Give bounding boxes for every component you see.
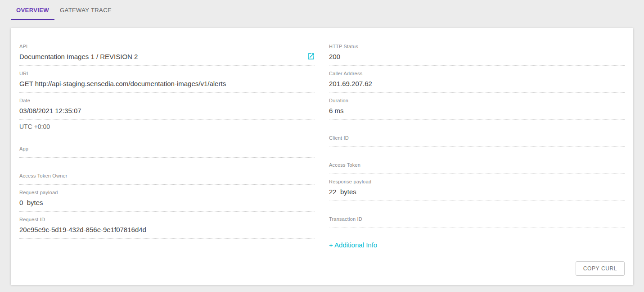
field-date: Date 03/08/2021 12:35:07 [19, 93, 315, 120]
copy-curl-button[interactable]: COPY CURL [576, 261, 625, 276]
field-duration: Duration 6 ms [329, 93, 625, 120]
field-caller-address: Caller Address 201.69.207.62 [329, 66, 625, 93]
field-response-payload-value: 22 bytes [329, 187, 625, 196]
field-api-label: API [19, 44, 315, 49]
tab-overview-label: OVERVIEW [16, 7, 49, 14]
tab-bar: OVERVIEW GATEWAY TRACE [11, 0, 634, 20]
field-uri-value: GET http://api-staging.sensedia.com/docu… [19, 79, 315, 88]
tab-gateway-trace-label: GATEWAY TRACE [60, 7, 112, 14]
field-http-status-label: HTTP Status [329, 44, 625, 49]
field-app-label: App [19, 146, 315, 151]
overview-card: API Documentation Images 1 / REVISION 2 … [11, 28, 633, 285]
field-uri-label: URI [19, 71, 315, 76]
field-http-status: HTTP Status 200 [329, 39, 625, 66]
field-caller-address-label: Caller Address [329, 71, 625, 76]
field-uri: URI GET http://api-staging.sensedia.com/… [19, 66, 315, 93]
tab-gateway-trace[interactable]: GATEWAY TRACE [54, 0, 117, 20]
left-column: API Documentation Images 1 / REVISION 2 … [19, 39, 315, 276]
field-http-status-value: 200 [329, 52, 625, 61]
field-access-token: Access Token [329, 147, 625, 174]
field-request-id: Request ID 20e95e9c-5d19-432d-856e-9e1f0… [19, 212, 315, 239]
open-in-new-icon[interactable] [307, 52, 315, 60]
tab-overview[interactable]: OVERVIEW [11, 0, 54, 20]
field-transaction-id: Transaction ID [329, 201, 625, 228]
additional-info-link[interactable]: + Additional Info [329, 241, 377, 250]
field-date-value: 03/08/2021 12:35:07 [19, 106, 315, 115]
field-duration-value: 6 ms [329, 106, 625, 115]
utc-offset-note: UTC +0:00 [19, 120, 315, 131]
field-api: API Documentation Images 1 / REVISION 2 [19, 39, 315, 66]
field-api-value: Documentation Images 1 / REVISION 2 [19, 52, 302, 61]
button-row: COPY CURL [329, 261, 625, 276]
field-access-token-owner: Access Token Owner [19, 158, 315, 185]
field-request-id-label: Request ID [19, 217, 315, 222]
field-transaction-id-label: Transaction ID [329, 216, 625, 222]
field-request-payload: Request payload 0 bytes [19, 185, 315, 212]
right-column: HTTP Status 200 Caller Address 201.69.20… [329, 39, 625, 276]
field-client-id-label: Client ID [329, 135, 625, 141]
field-response-payload: Response payload 22 bytes [329, 174, 625, 201]
field-caller-address-value: 201.69.207.62 [329, 79, 625, 88]
field-request-payload-label: Request payload [19, 190, 315, 195]
field-duration-label: Duration [329, 98, 625, 103]
field-request-payload-value: 0 bytes [19, 198, 315, 207]
field-response-payload-label: Response payload [329, 179, 625, 184]
field-app: App [19, 131, 315, 158]
field-access-token-owner-label: Access Token Owner [19, 173, 315, 178]
field-client-id: Client ID [329, 120, 625, 147]
field-date-label: Date [19, 98, 315, 103]
field-request-id-value: 20e95e9c-5d19-432d-856e-9e1f07816d4d [19, 225, 315, 234]
field-access-token-label: Access Token [329, 162, 625, 168]
